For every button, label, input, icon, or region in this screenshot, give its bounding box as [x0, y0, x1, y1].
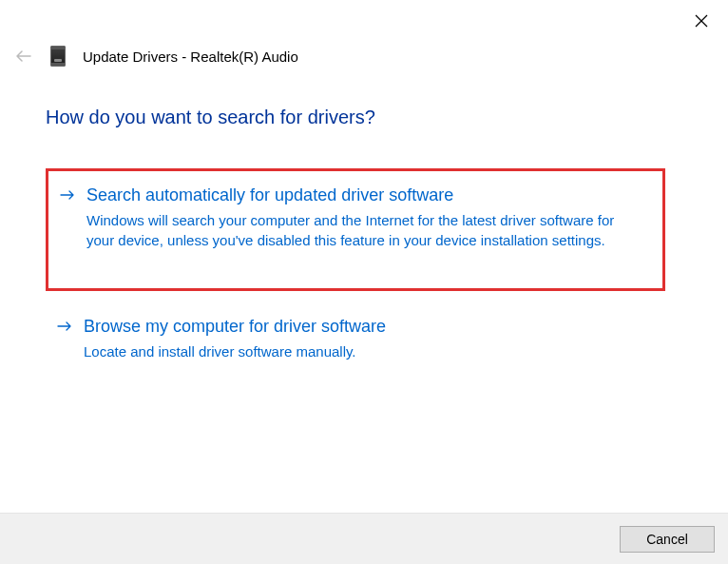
close-button[interactable]: [692, 11, 711, 30]
back-button: [14, 47, 33, 66]
arrow-right-icon: [57, 316, 74, 361]
close-icon: [695, 14, 708, 28]
option-description: Locate and install driver software manua…: [84, 341, 646, 361]
option-body: Browse my computer for driver software L…: [84, 316, 646, 361]
option-search-automatically[interactable]: Search automatically for updated driver …: [46, 168, 665, 291]
option-title: Search automatically for updated driver …: [86, 185, 643, 206]
arrow-right-icon: [60, 185, 77, 250]
option-description: Windows will search your computer and th…: [86, 210, 643, 250]
option-body: Search automatically for updated driver …: [86, 185, 643, 250]
header: Update Drivers - Realtek(R) Audio: [14, 46, 298, 67]
window-title: Update Drivers - Realtek(R) Audio: [83, 49, 298, 65]
back-arrow-icon: [16, 50, 31, 62]
cancel-button[interactable]: Cancel: [620, 526, 715, 553]
option-browse-computer[interactable]: Browse my computer for driver software L…: [46, 301, 665, 380]
device-icon: [50, 46, 66, 67]
page-heading: How do you want to search for drivers?: [46, 107, 375, 128]
option-title: Browse my computer for driver software: [84, 316, 646, 338]
footer: Cancel: [0, 513, 728, 564]
